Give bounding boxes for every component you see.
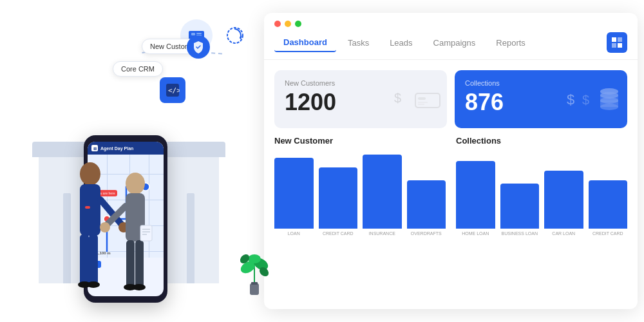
refresh-icon <box>225 26 245 45</box>
minimize-button[interactable] <box>285 21 291 27</box>
bar-group-home-loan: HOME LOAN <box>456 161 495 236</box>
bar-label-cc-collections: CREDIT CARD <box>592 231 623 236</box>
svg-rect-13 <box>80 184 100 236</box>
nav-reports[interactable]: Reports <box>487 34 535 52</box>
new-customers-icons: $ <box>394 90 440 108</box>
collections-chart-title: Collections <box>456 136 627 146</box>
svg-point-28 <box>133 284 146 290</box>
bar-label-business-loan: BUSINESS LOAN <box>502 231 538 236</box>
maximize-button[interactable] <box>295 21 301 27</box>
close-button[interactable] <box>274 21 281 27</box>
bar-insurance <box>363 155 402 229</box>
window-controls <box>264 13 638 32</box>
new-customer-bar-chart: LOAN CREDIT CARD INSURANCE OVERDRAFTS <box>274 152 446 236</box>
svg-text:$: $ <box>567 91 574 108</box>
svg-point-58 <box>600 88 618 95</box>
collections-label: Collections <box>465 79 617 87</box>
illustration-area: BANK </> <box>0 0 270 322</box>
svg-rect-43 <box>612 43 616 48</box>
nav-campaigns[interactable]: Campaigns <box>424 34 485 52</box>
nav-leads[interactable]: Leads <box>381 34 421 52</box>
collections-card: Collections 876 $ $ <box>455 70 627 128</box>
bar-group-overdrafts: OVERDRAFTS <box>407 180 446 236</box>
nav-dashboard[interactable]: Dashboard <box>274 33 336 52</box>
bar-home-loan <box>456 161 495 229</box>
app-logo <box>607 32 627 53</box>
bar-credit-card <box>319 167 358 229</box>
code-icon: </> <box>160 77 185 103</box>
svg-rect-14 <box>85 206 90 209</box>
svg-point-21 <box>126 173 145 194</box>
svg-text:$: $ <box>582 93 589 107</box>
new-customers-card: New Customers 1200 $ <box>274 70 447 128</box>
bar-group-loan: LOAN <box>274 158 314 236</box>
svg-text:</>: </> <box>168 86 180 95</box>
new-customer-chart: New Customer LOAN CREDIT CARD INSURANCE … <box>274 136 446 236</box>
bar-group-credit-card: CREDIT CARD <box>319 167 358 236</box>
bar-label-credit-card: CREDIT CARD <box>323 231 354 236</box>
new-customers-label: New Customers <box>285 79 437 87</box>
phone-header: ⊞ Agent Day Plan <box>88 142 164 155</box>
svg-point-38 <box>248 254 261 263</box>
core-crm-label: Core CRM <box>121 65 155 73</box>
nav-tasks[interactable]: Tasks <box>339 34 378 52</box>
collections-bar-chart: HOME LOAN BUSINESS LOAN CAR LOAN CREDIT … <box>456 152 627 236</box>
dashboard-panel: Dashboard Tasks Leads Campaigns Reports … <box>264 13 638 309</box>
collections-icons: $ $ <box>567 88 621 111</box>
bank-column <box>187 193 194 283</box>
svg-rect-42 <box>618 37 622 42</box>
svg-rect-4 <box>196 33 202 34</box>
bar-business-loan <box>500 184 540 229</box>
collections-chart: Collections HOME LOAN BUSINESS LOAN CAR … <box>456 136 627 236</box>
svg-rect-47 <box>418 97 426 100</box>
svg-rect-34 <box>251 282 258 285</box>
bar-label-home-loan: HOME LOAN <box>462 231 489 236</box>
core-crm-badge: Core CRM <box>113 61 163 77</box>
bar-group-cc-collections: CREDIT CARD <box>589 180 628 236</box>
svg-rect-29 <box>140 225 152 241</box>
svg-point-24 <box>100 222 110 232</box>
bar-group-car-loan: CAR LOAN <box>544 171 583 236</box>
plant-decoration <box>238 245 270 296</box>
bar-car-loan <box>544 171 583 229</box>
svg-rect-18 <box>89 234 98 286</box>
bar-cc-collections <box>589 180 628 229</box>
phone-header-title: Agent Day Plan <box>100 146 133 151</box>
bar-group-business-loan: BUSINESS LOAN <box>500 184 540 236</box>
bar-label-overdrafts: OVERDRAFTS <box>411 231 442 236</box>
bar-label-car-loan: CAR LOAN <box>552 231 575 236</box>
svg-rect-33 <box>250 283 259 295</box>
charts-row: New Customer LOAN CREDIT CARD INSURANCE … <box>264 136 638 236</box>
bar-overdrafts <box>407 180 446 229</box>
shield-icon <box>187 35 210 59</box>
svg-rect-26 <box>135 240 144 289</box>
bar-loan <box>274 158 314 229</box>
svg-text:$: $ <box>394 93 401 105</box>
svg-point-20 <box>87 281 100 288</box>
phone-header-icon: ⊞ <box>91 145 98 151</box>
stats-row: New Customers 1200 $ Collections 876 <box>264 60 638 136</box>
bar-label-insurance: INSURANCE <box>369 231 395 236</box>
bar-label-loan: LOAN <box>288 231 300 236</box>
new-customer-chart-title: New Customer <box>274 136 446 146</box>
svg-rect-25 <box>126 240 135 289</box>
svg-rect-46 <box>415 93 440 108</box>
people-illustration <box>45 155 174 316</box>
svg-rect-17 <box>80 234 89 286</box>
svg-rect-3 <box>191 33 195 35</box>
svg-point-12 <box>80 162 100 185</box>
nav-bar: Dashboard Tasks Leads Campaigns Reports <box>264 32 638 60</box>
svg-rect-44 <box>618 43 622 48</box>
bar-group-insurance: INSURANCE <box>363 155 402 236</box>
svg-rect-41 <box>612 37 616 42</box>
